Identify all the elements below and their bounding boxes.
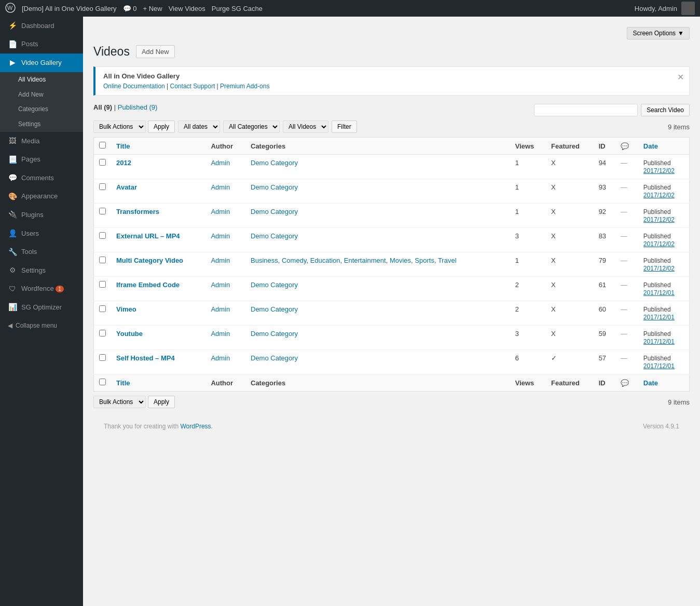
- row-checkbox[interactable]: [99, 281, 106, 288]
- author-link[interactable]: Admin: [211, 354, 230, 362]
- date-value-link[interactable]: 2017/12/02: [643, 192, 675, 199]
- sidebar-item-sg-optimizer[interactable]: 📊 SG Optimizer: [0, 298, 83, 317]
- video-title-link[interactable]: Self Hosted – MP4: [116, 354, 175, 362]
- date-value-link[interactable]: 2017/12/01: [643, 362, 675, 370]
- category-link[interactable]: Travel: [438, 257, 457, 264]
- category-link[interactable]: Demo Category: [251, 330, 298, 338]
- user-avatar[interactable]: [681, 2, 695, 15]
- category-link[interactable]: Demo Category: [251, 159, 298, 167]
- bulk-actions-select-bottom[interactable]: Bulk Actions: [93, 396, 146, 408]
- bulk-actions-select-top[interactable]: Bulk Actions: [93, 120, 146, 133]
- sidebar-item-dashboard[interactable]: ⚡ Dashboard: [0, 17, 83, 35]
- select-all-checkbox-bottom[interactable]: [99, 379, 106, 385]
- premium-addons-link[interactable]: Premium Add-ons: [220, 83, 269, 90]
- category-link[interactable]: Movies: [390, 257, 411, 264]
- video-title-link[interactable]: Multi Category Video: [116, 257, 183, 264]
- video-title-link[interactable]: Avatar: [116, 183, 137, 191]
- row-checkbox[interactable]: [99, 159, 106, 166]
- row-checkbox[interactable]: [99, 354, 106, 361]
- category-link[interactable]: Education: [310, 257, 340, 264]
- video-title-link[interactable]: 2012: [116, 159, 131, 167]
- date-value-link[interactable]: 2017/12/02: [643, 216, 675, 223]
- row-checkbox[interactable]: [99, 330, 106, 336]
- category-link[interactable]: Demo Category: [251, 183, 298, 191]
- sidebar-item-tools[interactable]: 🔧 Tools: [0, 243, 83, 262]
- sidebar-item-wordfence[interactable]: 🛡 Wordfence 1: [0, 280, 83, 299]
- all-categories-select[interactable]: All Categories: [223, 120, 280, 133]
- header-title[interactable]: Title: [111, 138, 205, 155]
- search-video-input[interactable]: [534, 104, 638, 116]
- view-published-link[interactable]: Published (9): [118, 103, 158, 111]
- date-value-link[interactable]: 2017/12/01: [643, 314, 675, 321]
- date-value-link[interactable]: 2017/12/01: [643, 289, 675, 297]
- author-link[interactable]: Admin: [211, 281, 230, 289]
- sidebar-item-plugins[interactable]: 🔌 Plugins: [0, 206, 83, 224]
- online-documentation-link[interactable]: Online Documentation: [103, 83, 165, 90]
- date-value-link[interactable]: 2017/12/02: [643, 240, 675, 248]
- category-link[interactable]: Demo Category: [251, 354, 298, 362]
- all-videos-select[interactable]: All Videos: [283, 120, 328, 133]
- video-title-link[interactable]: Transformers: [116, 208, 159, 216]
- select-all-checkbox-top[interactable]: [99, 142, 106, 149]
- wordpress-link[interactable]: WordPress: [180, 423, 211, 430]
- wp-logo-icon[interactable]: W: [5, 3, 16, 15]
- submenu-settings[interactable]: Settings: [0, 117, 83, 132]
- site-name-link[interactable]: [Demo] All in One Video Gallery: [22, 5, 117, 12]
- apply-button-bottom[interactable]: Apply: [148, 396, 175, 408]
- author-link[interactable]: Admin: [211, 330, 230, 338]
- category-link[interactable]: Demo Category: [251, 208, 298, 216]
- submenu-all-videos[interactable]: All Videos: [0, 72, 83, 87]
- category-link[interactable]: Business: [251, 257, 278, 264]
- new-link[interactable]: + New: [143, 5, 162, 12]
- date-value-link[interactable]: 2017/12/01: [643, 338, 675, 345]
- sidebar-item-users[interactable]: 👤 Users: [0, 224, 83, 243]
- row-checkbox[interactable]: [99, 183, 106, 190]
- header-date[interactable]: Date: [638, 138, 690, 155]
- video-title-link[interactable]: External URL – MP4: [116, 232, 180, 240]
- author-link[interactable]: Admin: [211, 257, 230, 264]
- footer-title[interactable]: Title: [111, 374, 205, 392]
- view-all-link[interactable]: All (9): [93, 103, 114, 111]
- author-link[interactable]: Admin: [211, 183, 230, 191]
- comments-icon[interactable]: 💬 0: [123, 5, 137, 12]
- add-new-button[interactable]: Add New: [136, 45, 175, 58]
- search-video-button[interactable]: Search Video: [641, 104, 690, 116]
- row-checkbox[interactable]: [99, 208, 106, 214]
- sidebar-item-appearance[interactable]: 🎨 Appearance: [0, 187, 83, 206]
- date-value-link[interactable]: 2017/12/02: [643, 265, 675, 272]
- info-box-close-button[interactable]: ✕: [677, 72, 684, 82]
- author-link[interactable]: Admin: [211, 305, 230, 313]
- row-checkbox[interactable]: [99, 305, 106, 312]
- row-checkbox[interactable]: [99, 232, 106, 239]
- video-title-link[interactable]: Vimeo: [116, 305, 136, 313]
- date-value-link[interactable]: 2017/12/02: [643, 167, 675, 174]
- video-title-link[interactable]: Youtube: [116, 330, 143, 338]
- sidebar-item-video-gallery[interactable]: ▶ Video Gallery All Videos Add New Categ…: [0, 53, 83, 132]
- sidebar-item-settings[interactable]: ⚙ Settings: [0, 261, 83, 280]
- author-link[interactable]: Admin: [211, 159, 230, 167]
- category-link[interactable]: Demo Category: [251, 305, 298, 313]
- all-dates-select[interactable]: All dates: [178, 120, 220, 133]
- video-title-link[interactable]: Iframe Embed Code: [116, 281, 180, 289]
- contact-support-link[interactable]: Contact Support: [170, 83, 215, 90]
- footer-date[interactable]: Date: [638, 374, 690, 392]
- category-link[interactable]: Sports: [415, 257, 434, 264]
- filter-button[interactable]: Filter: [332, 120, 357, 133]
- submenu-categories[interactable]: Categories: [0, 102, 83, 117]
- category-link[interactable]: Entertainment: [344, 257, 386, 264]
- sidebar-item-media[interactable]: 🖼 Media: [0, 132, 83, 151]
- category-link[interactable]: Demo Category: [251, 232, 298, 240]
- row-checkbox[interactable]: [99, 257, 106, 263]
- submenu-add-new[interactable]: Add New: [0, 87, 83, 102]
- sidebar-item-posts[interactable]: 📄 Posts: [0, 35, 83, 54]
- view-videos-link[interactable]: View Videos: [169, 5, 205, 12]
- author-link[interactable]: Admin: [211, 208, 230, 216]
- screen-options-button[interactable]: Screen Options ▼: [627, 27, 690, 39]
- category-link[interactable]: Comedy: [282, 257, 306, 264]
- sidebar-item-comments[interactable]: 💬 Comments: [0, 169, 83, 187]
- sidebar-item-pages[interactable]: 📃 Pages: [0, 151, 83, 169]
- collapse-menu-button[interactable]: ◀ Collapse menu: [0, 317, 83, 334]
- purge-cache-link[interactable]: Purge SG Cache: [212, 5, 263, 12]
- apply-button-top[interactable]: Apply: [148, 120, 175, 133]
- category-link[interactable]: Demo Category: [251, 281, 298, 289]
